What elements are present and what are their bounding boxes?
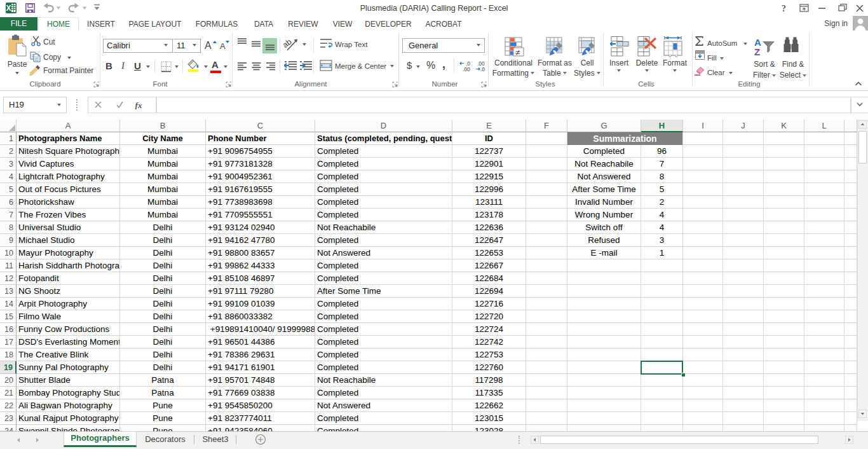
svg-text:A: A — [205, 40, 212, 51]
svg-text:≠: ≠ — [515, 48, 520, 57]
svg-text:ab: ab — [283, 38, 294, 50]
svg-text:.00: .00 — [463, 66, 470, 72]
svg-text:Z: Z — [754, 46, 760, 56]
svg-text:?: ? — [782, 4, 786, 13]
svg-text:A: A — [220, 41, 226, 51]
svg-text:fx: fx — [135, 100, 142, 109]
